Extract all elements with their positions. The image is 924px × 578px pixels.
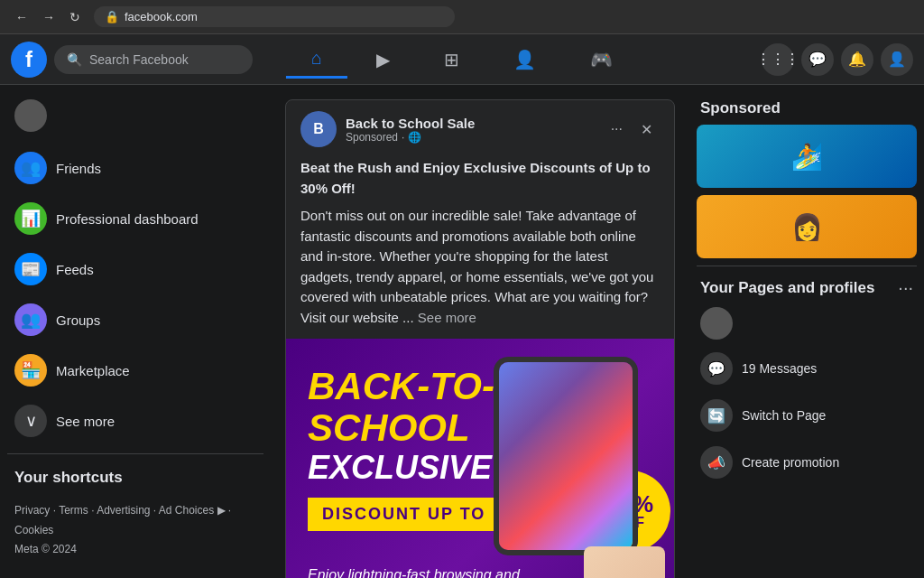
search-icon: 🔍	[67, 52, 82, 67]
main-layout: 👥 Friends 📊 Professional dashboard 📰 Fee…	[0, 85, 924, 578]
url-text: facebook.com	[125, 10, 198, 23]
sponsored-label: Sponsored	[346, 131, 398, 144]
switch-page-action[interactable]: 🔄 Switch to Page	[697, 392, 917, 439]
account-menu-button[interactable]: 👤	[881, 43, 913, 76]
sidebar-item-see-more[interactable]: ∨ See more	[7, 396, 263, 446]
nav-gaming-button[interactable]: 🎮	[565, 41, 638, 79]
sidebar-user-profile[interactable]	[7, 92, 263, 139]
feed-center: B Back to School Sale Sponsored · 🌐 ··· …	[271, 85, 689, 578]
browser-bar: ← → ↻ 🔒 facebook.com	[0, 0, 924, 34]
forward-button[interactable]: →	[38, 8, 60, 26]
facebook-header: f 🔍 Search Facebook ⌂ ▶ ⊞ 👤 🎮 ⋮⋮⋮ 💬 🔔 👤	[0, 34, 924, 85]
avatar	[14, 99, 47, 132]
groups-icon: 👥	[14, 303, 47, 336]
right-sidebar: Sponsored 🏄 👩 Your Pages and profiles ··…	[689, 85, 924, 578]
sponsored-thumb-2[interactable]: 👩	[697, 195, 917, 258]
advertiser-name: Back to School Sale	[346, 116, 595, 131]
create-promotion-action[interactable]: 📣 Create promotion	[697, 439, 917, 486]
footer-links: Privacy · Terms · Advertising · Ad Choic…	[14, 501, 256, 540]
footer-meta: Meta © 2024	[14, 540, 256, 560]
create-label: Create promotion	[742, 455, 839, 470]
tablet-illustration	[494, 357, 656, 573]
sidebar-item-label: Professional dashboard	[56, 211, 199, 227]
post-header: B Back to School Sale Sponsored · 🌐 ··· …	[286, 100, 674, 158]
facebook-logo[interactable]: f	[11, 42, 47, 78]
tablet-hand	[584, 546, 665, 578]
search-placeholder: Search Facebook	[89, 52, 189, 67]
feeds-icon: 📰	[14, 253, 47, 285]
messages-label: 19 Messages	[742, 361, 817, 376]
globe-icon: 🌐	[408, 131, 421, 144]
search-bar[interactable]: 🔍 Search Facebook	[54, 45, 253, 74]
sidebar-divider	[7, 453, 263, 454]
post-info: Back to School Sale Sponsored · 🌐	[346, 116, 595, 144]
sponsored-image-2: 👩	[791, 212, 823, 242]
sidebar-item-dashboard[interactable]: 📊 Professional dashboard	[7, 193, 263, 244]
dot-separator: ·	[402, 131, 404, 144]
ad-body-text: Enjoy lightning-fast browsing and seamle…	[308, 564, 524, 578]
pages-profile	[697, 302, 917, 345]
pages-title: Your Pages and profiles	[700, 279, 874, 297]
post-body: Don't miss out on our incredible sale! T…	[300, 206, 660, 328]
sidebar-item-label: Groups	[56, 312, 100, 328]
dashboard-icon: 📊	[14, 202, 47, 235]
pages-avatar	[700, 307, 733, 340]
more-options-button[interactable]: ···	[604, 117, 630, 142]
apps-menu-button[interactable]: ⋮⋮⋮	[762, 43, 794, 76]
promotion-icon: 📣	[700, 446, 733, 479]
sidebar-item-friends[interactable]: 👥 Friends	[7, 143, 263, 193]
browser-navigation: ← → ↻	[11, 8, 85, 26]
nav-marketplace-button[interactable]: ⊞	[419, 41, 485, 79]
shortcuts-title: Your shortcuts	[7, 461, 263, 494]
header-right: ⋮⋮⋮ 💬 🔔 👤	[762, 43, 913, 76]
sidebar-item-label: Friends	[56, 161, 101, 176]
sidebar-item-feeds[interactable]: 📰 Feeds	[7, 244, 263, 294]
post-avatar: B	[300, 111, 337, 147]
sidebar-item-label: Marketplace	[56, 363, 130, 378]
nav-watch-button[interactable]: ▶	[351, 41, 415, 79]
reload-button[interactable]: ↻	[65, 8, 85, 26]
nav-center: ⌂ ▶ ⊞ 👤 🎮	[286, 41, 638, 79]
post-headline: Beat the Rush and Enjoy Exclusive Discou…	[300, 158, 660, 199]
marketplace-icon: 🏪	[14, 354, 47, 387]
nav-profile-button[interactable]: 👤	[488, 41, 561, 79]
secure-icon: 🔒	[105, 10, 119, 23]
sponsored-image-1: 🏄	[791, 142, 823, 172]
sidebar-item-label: Feeds	[56, 262, 94, 277]
address-bar[interactable]: 🔒 facebook.com	[94, 6, 455, 27]
post-actions: ··· ✕	[604, 117, 660, 142]
sponsored-thumb-1[interactable]: 🏄	[697, 125, 917, 188]
pages-more-button[interactable]: ···	[898, 277, 913, 298]
post-meta: Sponsored · 🌐	[346, 131, 595, 144]
sidebar-item-groups[interactable]: 👥 Groups	[7, 294, 263, 345]
sidebar-footer: Privacy · Terms · Advertising · Ad Choic…	[7, 494, 263, 567]
switch-label: Switch to Page	[742, 408, 826, 423]
switch-icon: 🔄	[700, 399, 733, 432]
messages-action[interactable]: 💬 19 Messages	[697, 345, 917, 392]
right-divider	[697, 266, 917, 266]
friends-icon: 👥	[14, 152, 47, 184]
sponsored-title: Sponsored	[697, 92, 917, 125]
notifications-button[interactable]: 🔔	[841, 43, 873, 76]
ad-image[interactable]: BACK-TO-SCHOOL EXCLUSIVE SALE DISCOUNT U…	[286, 339, 674, 578]
sidebar-item-marketplace[interactable]: 🏪 Marketplace	[7, 345, 263, 396]
tablet-device	[494, 357, 638, 555]
left-sidebar: 👥 Friends 📊 Professional dashboard 📰 Fee…	[0, 85, 271, 578]
messages-icon: 💬	[700, 352, 733, 385]
messenger-button[interactable]: 💬	[801, 43, 834, 76]
close-post-button[interactable]: ✕	[633, 117, 660, 142]
tablet-screen	[499, 362, 633, 550]
back-button[interactable]: ←	[11, 8, 32, 26]
discount-label: DISCOUNT UP TO	[308, 498, 500, 531]
post-text: Beat the Rush and Enjoy Exclusive Discou…	[286, 158, 674, 339]
post-card: B Back to School Sale Sponsored · 🌐 ··· …	[285, 99, 675, 578]
see-more-label: See more	[56, 414, 115, 429]
see-more-link[interactable]: See more	[418, 310, 476, 325]
pages-section-header: Your Pages and profiles ···	[697, 274, 917, 302]
nav-home-button[interactable]: ⌂	[286, 41, 347, 79]
see-more-icon: ∨	[14, 405, 47, 437]
